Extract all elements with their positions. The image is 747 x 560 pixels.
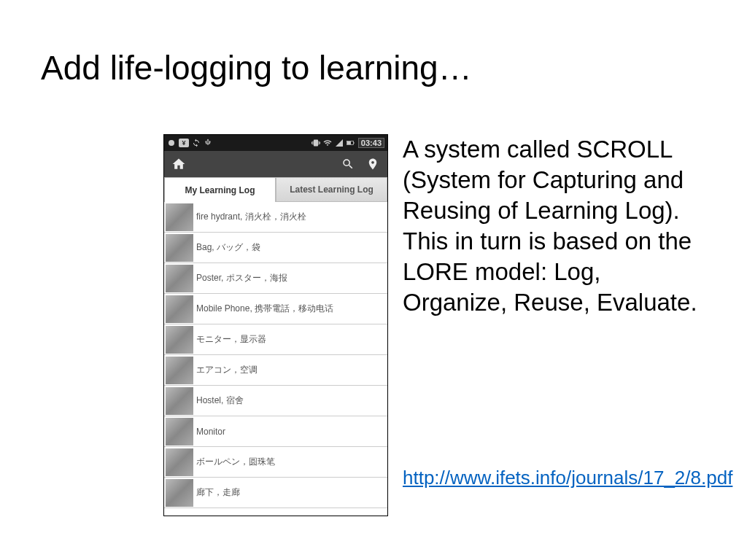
body-paragraph: A system called SCROLL (System for Captu… xyxy=(403,134,709,317)
list-item[interactable]: Bag, バッグ，袋 xyxy=(164,233,387,263)
svg-point-0 xyxy=(169,140,174,146)
thumbnail xyxy=(166,265,193,292)
list-item[interactable]: Poster, ポスター，海报 xyxy=(164,263,387,294)
tab-latest-learning-log[interactable]: Latest Learning Log xyxy=(276,177,387,202)
thumbnail xyxy=(166,448,193,476)
list-item[interactable]: ボールペン，圆珠笔 xyxy=(164,447,387,478)
list-item[interactable]: モニター，显示器 xyxy=(164,324,387,355)
thumbnail xyxy=(166,418,193,446)
item-label: 廊下，走廊 xyxy=(196,486,240,499)
thumbnail xyxy=(166,234,193,262)
svg-rect-3 xyxy=(353,142,354,144)
item-label: Bag, バッグ，袋 xyxy=(196,241,260,254)
search-icon[interactable] xyxy=(341,157,355,171)
item-label: モニター，显示器 xyxy=(196,333,266,346)
slide-title: Add life-logging to learning… xyxy=(41,48,472,88)
location-icon[interactable] xyxy=(365,157,380,171)
clock: 03:43 xyxy=(358,138,384,148)
vibrate-icon xyxy=(311,139,320,147)
tabs: My Learning Log Latest Learning Log xyxy=(164,177,387,202)
item-label: Mobile Phone, 携帯電話，移动电话 xyxy=(196,303,333,315)
list-item[interactable]: fire hydrant, 消火栓，消火栓 xyxy=(164,202,387,233)
thumbnail xyxy=(166,479,193,507)
item-label: Hostel, 宿舍 xyxy=(196,394,244,407)
thumbnail xyxy=(166,387,193,415)
thumbnail xyxy=(166,357,193,384)
tab-my-learning-log[interactable]: My Learning Log xyxy=(164,177,276,202)
thumbnail xyxy=(166,326,193,354)
item-label: fire hydrant, 消火栓，消火栓 xyxy=(196,211,306,223)
list-item[interactable]: 廊下，走廊 xyxy=(164,478,387,508)
item-label: Monitor xyxy=(196,427,225,437)
home-icon[interactable] xyxy=(171,157,186,171)
signal-icon xyxy=(335,139,344,147)
wifi-icon xyxy=(323,139,332,147)
phone-screenshot: ¥ 03:43 xyxy=(163,134,388,516)
app-bar xyxy=(164,151,387,177)
sync-icon xyxy=(192,139,201,147)
svg-rect-2 xyxy=(347,141,351,144)
battery-icon xyxy=(347,139,355,147)
list-item[interactable]: Mobile Phone, 携帯電話，移动电话 xyxy=(164,294,387,324)
usb-icon xyxy=(204,139,212,147)
reference-link[interactable]: http://www.ifets.info/journals/17_2/8.pd… xyxy=(403,467,709,490)
status-bar: ¥ 03:43 xyxy=(164,135,387,151)
item-label: Poster, ポスター，海报 xyxy=(196,272,287,284)
item-label: エアコン，空调 xyxy=(196,364,258,376)
list-item[interactable]: エアコン，空调 xyxy=(164,355,387,386)
list-item[interactable]: Hostel, 宿舍 xyxy=(164,386,387,416)
notification-icon xyxy=(167,139,176,147)
thumbnail xyxy=(166,203,193,231)
list-item[interactable]: Monitor xyxy=(164,416,387,447)
thumbnail xyxy=(166,295,193,323)
log-list: fire hydrant, 消火栓，消火栓 Bag, バッグ，袋 Poster,… xyxy=(164,202,387,508)
item-label: ボールペン，圆珠笔 xyxy=(196,456,275,468)
yen-icon: ¥ xyxy=(179,139,189,147)
